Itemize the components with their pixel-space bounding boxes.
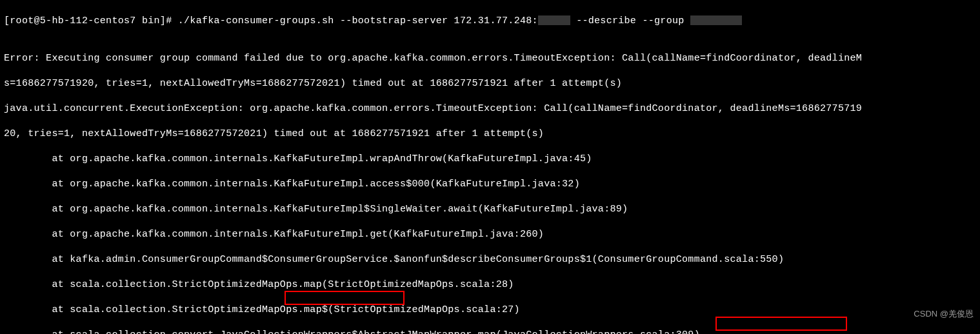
stacktrace-line: at kafka.admin.ConsumerGroupCommand$Cons…	[4, 253, 976, 266]
command-part-2: --describe --group	[570, 15, 690, 26]
command-line: [root@5-hb-112-centos7 bin]# ./kafka-con…	[4, 15, 976, 28]
stacktrace-line: at org.apache.kafka.common.internals.Kaf…	[4, 178, 976, 191]
error-line: s=1686277571920, tries=1, nextAllowedTry…	[4, 77, 976, 90]
stacktrace-line: at org.apache.kafka.common.internals.Kaf…	[4, 228, 976, 241]
stacktrace-line: at scala.collection.StrictOptimizedMapOp…	[4, 279, 976, 291]
redacted-group	[690, 15, 742, 25]
stacktrace-line: at org.apache.kafka.common.internals.Kaf…	[4, 153, 976, 166]
command-part-1: ./kafka-consumer-groups.sh --bootstrap-s…	[178, 15, 538, 26]
stacktrace-line: at org.apache.kafka.common.internals.Kaf…	[4, 203, 976, 216]
stacktrace-line: at scala.collection.StrictOptimizedMapOp…	[4, 304, 976, 317]
stacktrace-line: at scala.collection.convert.JavaCollecti…	[4, 329, 976, 334]
exception-line: 20, tries=1, nextAllowedTryMs=1686277572…	[4, 128, 976, 141]
redacted-port	[538, 15, 570, 25]
error-line: Error: Executing consumer group command …	[4, 52, 976, 65]
exception-line: java.util.concurrent.ExecutionException:…	[4, 103, 976, 115]
terminal-output: [root@5-hb-112-centos7 bin]# ./kafka-con…	[0, 0, 980, 334]
watermark-text: CSDN @羌俊恩	[914, 308, 974, 320]
shell-prompt: [root@5-hb-112-centos7 bin]#	[4, 15, 178, 26]
